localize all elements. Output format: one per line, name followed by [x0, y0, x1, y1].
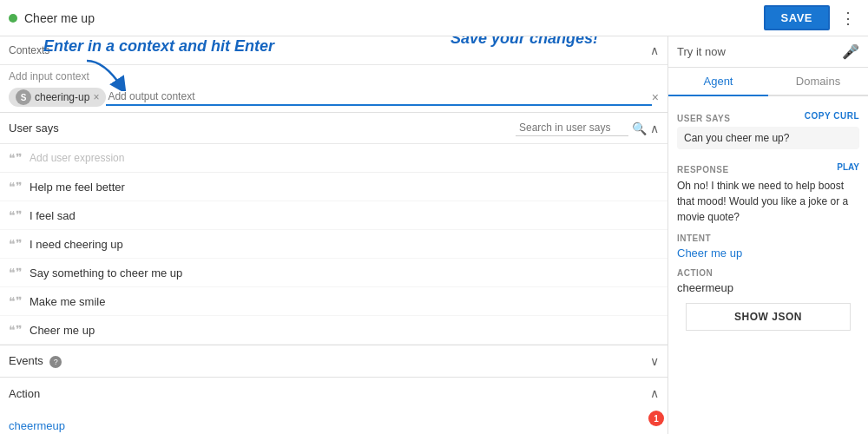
action-right-label: ACTION: [677, 268, 859, 278]
action-chevron[interactable]: ∧: [650, 386, 659, 400]
add-input-label: Add input context: [9, 70, 89, 82]
quote-icon: ❝❞: [9, 294, 23, 308]
try-now-header: Try it now 🎤: [668, 36, 868, 68]
output-context-clear-icon[interactable]: ×: [652, 90, 659, 104]
quote-icon: ❝❞: [9, 208, 23, 222]
play-button[interactable]: PLAY: [837, 162, 859, 172]
search-area: 🔍 ∧: [516, 120, 659, 136]
contexts-chevron[interactable]: ∧: [650, 43, 659, 57]
list-item: ❝❞I need cheering up: [0, 230, 667, 259]
action-badge: 1: [648, 411, 664, 426]
quote-icon: ❝❞: [9, 237, 23, 251]
search-icon[interactable]: 🔍: [632, 122, 647, 135]
action-title: Action: [9, 387, 40, 400]
expressions-list: ❝❞Help me feel better❝❞I feel sad❝❞I nee…: [0, 173, 667, 345]
user-says-text: Can you cheer me up?: [684, 132, 789, 144]
left-panel: Contexts ∧ Enter in a context and hit En…: [0, 36, 668, 434]
user-says-header: User says 🔍 ∧: [0, 113, 667, 144]
action-section: Action ∧ 1: [0, 377, 667, 434]
quote-icon: ❝❞: [9, 266, 23, 279]
mic-icon[interactable]: 🎤: [842, 43, 859, 60]
chip-close-icon[interactable]: ×: [93, 91, 99, 103]
action-input-row: 1: [9, 416, 659, 434]
copy-curl-button[interactable]: COPY CURL: [805, 111, 859, 121]
quote-icon: ❝❞: [9, 323, 23, 337]
add-expression-placeholder[interactable]: Add user expression: [30, 152, 124, 164]
action-content: 1: [0, 409, 667, 434]
contexts-area: Enter in a context and hit Enter Add: [0, 65, 667, 113]
page-title: Cheer me up: [24, 11, 764, 25]
action-input[interactable]: [9, 416, 659, 434]
contexts-section-header: Contexts ∧: [0, 36, 667, 65]
output-context-input[interactable]: [106, 89, 651, 106]
action-header[interactable]: Action ∧: [0, 378, 667, 409]
expression-text: I need cheering up: [30, 238, 123, 251]
user-says-right-label: USER SAYS: [677, 114, 730, 123]
right-content: USER SAYS COPY CURL Can you cheer me up?…: [668, 96, 868, 434]
tab-agent[interactable]: Agent: [668, 68, 768, 96]
input-context-row: Add input context: [9, 70, 659, 82]
user-says-chevron[interactable]: ∧: [650, 122, 659, 135]
contexts-label: Contexts: [9, 44, 49, 56]
expression-text: Cheer me up: [30, 324, 95, 337]
response-text: Oh no! I think we need to help boost tha…: [677, 178, 859, 225]
show-json-button[interactable]: SHOW JSON: [686, 303, 851, 331]
expression-text: Say something to cheer me up: [30, 266, 182, 279]
events-header[interactable]: Events ? ∨: [0, 345, 667, 377]
context-chip: S cheering-up ×: [9, 88, 106, 107]
action-right-value: cheermeup: [677, 281, 859, 294]
search-input[interactable]: [516, 120, 628, 136]
list-item: ❝❞I feel sad: [0, 201, 667, 230]
right-panel: Try it now 🎤 Agent Domains USER SAYS COP…: [668, 36, 868, 434]
expression-text: Make me smile: [30, 295, 105, 308]
user-says-title: User says: [9, 122, 59, 135]
list-item: ❝❞Say something to cheer me up: [0, 259, 667, 287]
add-expression-row: ❝❞ Add user expression: [0, 144, 667, 173]
tab-domains[interactable]: Domains: [768, 68, 868, 96]
chip-letter: S: [16, 89, 31, 105]
right-tabs: Agent Domains: [668, 68, 868, 96]
intent-label: INTENT: [677, 233, 859, 243]
expression-text: I feel sad: [30, 209, 76, 222]
quote-icon: ❝❞: [9, 180, 23, 194]
save-button[interactable]: SAVE: [764, 5, 830, 30]
events-section: Events ? ∨: [0, 345, 667, 377]
more-options-icon[interactable]: ⋮: [837, 7, 859, 30]
response-label: RESPONSE: [677, 165, 729, 174]
quote-icon: ❝❞: [9, 151, 23, 165]
list-item: ❝❞Cheer me up: [0, 316, 667, 345]
events-chevron[interactable]: ∨: [650, 354, 659, 368]
status-dot: [9, 14, 17, 23]
expression-text: Help me feel better: [30, 181, 125, 194]
intent-value[interactable]: Cheer me up: [677, 247, 859, 260]
output-context-row: S cheering-up × ×: [9, 88, 659, 107]
list-item: ❝❞Help me feel better: [0, 173, 667, 201]
events-help-icon[interactable]: ?: [49, 356, 62, 368]
chip-text: cheering-up: [35, 91, 89, 103]
events-title: Events: [9, 354, 43, 367]
user-says-bubble: Can you cheer me up?: [677, 127, 859, 149]
try-now-label: Try it now: [677, 45, 726, 58]
list-item: ❝❞Make me smile: [0, 287, 667, 316]
